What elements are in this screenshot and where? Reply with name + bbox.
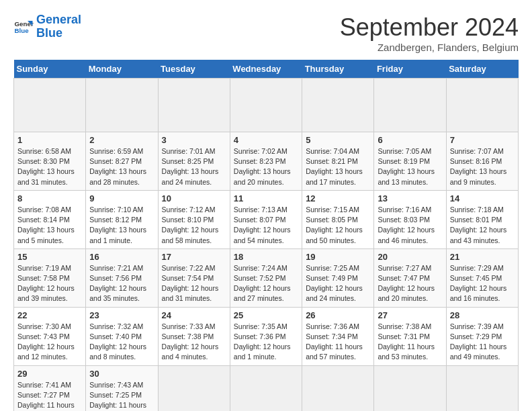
day-number: 22 [17,310,82,320]
calendar-cell [86,79,158,132]
calendar-cell: 5Sunrise: 7:04 AMSunset: 8:21 PMDaylight… [302,132,374,191]
calendar-cell [230,365,302,411]
day-number: 27 [378,310,442,320]
day-info: Sunrise: 6:59 AMSunset: 8:27 PMDaylight:… [89,146,154,187]
calendar-cell [446,79,518,132]
day-number: 6 [378,135,442,145]
day-info: Sunrise: 7:08 AMSunset: 8:14 PMDaylight:… [17,205,82,246]
calendar-cell: 10Sunrise: 7:12 AMSunset: 8:10 PMDayligh… [158,190,230,248]
day-number: 25 [234,310,298,320]
calendar-cell: 19Sunrise: 7:25 AMSunset: 7:49 PMDayligh… [302,248,374,307]
day-info: Sunrise: 7:01 AMSunset: 8:25 PMDaylight:… [162,146,226,187]
day-header-wednesday: Wednesday [230,60,302,79]
day-info: Sunrise: 7:05 AMSunset: 8:19 PMDaylight:… [378,146,442,187]
day-info: Sunrise: 7:38 AMSunset: 7:31 PMDaylight:… [378,322,442,363]
header: General Blue General Blue September 2024… [13,13,519,53]
calendar-cell: 7Sunrise: 7:07 AMSunset: 8:16 PMDaylight… [446,132,518,191]
calendar-cell: 24Sunrise: 7:33 AMSunset: 7:38 PMDayligh… [158,307,230,365]
calendar-cell: 16Sunrise: 7:21 AMSunset: 7:56 PMDayligh… [86,248,158,307]
day-number: 21 [450,252,515,262]
calendar-cell: 25Sunrise: 7:35 AMSunset: 7:36 PMDayligh… [230,307,302,365]
calendar-cell: 15Sunrise: 7:19 AMSunset: 7:58 PMDayligh… [14,248,86,307]
day-number: 5 [306,135,370,145]
day-info: Sunrise: 7:43 AMSunset: 7:25 PMDaylight:… [89,380,154,412]
calendar-cell: 23Sunrise: 7:32 AMSunset: 7:40 PMDayligh… [86,307,158,365]
day-number: 23 [89,310,154,320]
day-number: 26 [306,310,370,320]
calendar-cell: 22Sunrise: 7:30 AMSunset: 7:43 PMDayligh… [14,307,86,365]
day-number: 15 [17,252,82,262]
day-info: Sunrise: 7:32 AMSunset: 7:40 PMDaylight:… [89,322,154,363]
calendar-cell: 12Sunrise: 7:15 AMSunset: 8:05 PMDayligh… [302,190,374,248]
calendar-cell: 9Sunrise: 7:10 AMSunset: 8:12 PMDaylight… [86,190,158,248]
calendar-row: 29Sunrise: 7:41 AMSunset: 7:27 PMDayligh… [14,365,519,411]
day-number: 4 [234,135,298,145]
day-number: 29 [17,369,82,379]
calendar-cell: 14Sunrise: 7:18 AMSunset: 8:01 PMDayligh… [446,190,518,248]
calendar-row: 22Sunrise: 7:30 AMSunset: 7:43 PMDayligh… [14,307,519,365]
day-number: 24 [162,310,226,320]
day-number: 16 [89,252,154,262]
calendar-cell: 26Sunrise: 7:36 AMSunset: 7:34 PMDayligh… [302,307,374,365]
calendar-cell: 4Sunrise: 7:02 AMSunset: 8:23 PMDaylight… [230,132,302,191]
day-number: 8 [17,193,82,203]
day-number: 19 [306,252,370,262]
day-number: 20 [378,252,442,262]
location-subtitle: Zandbergen, Flanders, Belgium [340,42,519,53]
header-row: SundayMondayTuesdayWednesdayThursdayFrid… [14,60,519,79]
calendar-row [14,79,519,132]
day-info: Sunrise: 7:25 AMSunset: 7:49 PMDaylight:… [306,263,370,304]
day-info: Sunrise: 7:39 AMSunset: 7:29 PMDaylight:… [450,322,515,363]
day-info: Sunrise: 7:16 AMSunset: 8:03 PMDaylight:… [378,205,442,246]
day-info: Sunrise: 7:04 AMSunset: 8:21 PMDaylight:… [306,146,370,187]
day-number: 13 [378,193,442,203]
calendar-cell: 11Sunrise: 7:13 AMSunset: 8:07 PMDayligh… [230,190,302,248]
day-header-saturday: Saturday [446,60,518,79]
calendar-cell: 20Sunrise: 7:27 AMSunset: 7:47 PMDayligh… [374,248,446,307]
calendar-cell: 29Sunrise: 7:41 AMSunset: 7:27 PMDayligh… [14,365,86,411]
day-info: Sunrise: 7:41 AMSunset: 7:27 PMDaylight:… [17,380,82,412]
day-number: 3 [162,135,226,145]
calendar-row: 8Sunrise: 7:08 AMSunset: 8:14 PMDaylight… [14,190,519,248]
calendar-cell: 13Sunrise: 7:16 AMSunset: 8:03 PMDayligh… [374,190,446,248]
day-header-monday: Monday [86,60,158,79]
day-info: Sunrise: 7:22 AMSunset: 7:54 PMDaylight:… [162,263,226,304]
day-info: Sunrise: 7:29 AMSunset: 7:45 PMDaylight:… [450,263,515,304]
calendar-cell [446,365,518,411]
day-info: Sunrise: 7:24 AMSunset: 7:52 PMDaylight:… [234,263,298,304]
day-number: 28 [450,310,515,320]
calendar-cell: 6Sunrise: 7:05 AMSunset: 8:19 PMDaylight… [374,132,446,191]
day-info: Sunrise: 7:02 AMSunset: 8:23 PMDaylight:… [234,146,298,187]
calendar-cell: 3Sunrise: 7:01 AMSunset: 8:25 PMDaylight… [158,132,230,191]
calendar-cell: 1Sunrise: 6:58 AMSunset: 8:30 PMDaylight… [14,132,86,191]
calendar-cell [230,79,302,132]
day-info: Sunrise: 7:13 AMSunset: 8:07 PMDaylight:… [234,205,298,246]
svg-text:Blue: Blue [15,27,30,34]
day-number: 9 [89,193,154,203]
calendar-cell [158,79,230,132]
day-info: Sunrise: 7:15 AMSunset: 8:05 PMDaylight:… [306,205,370,246]
day-header-friday: Friday [374,60,446,79]
day-info: Sunrise: 7:36 AMSunset: 7:34 PMDaylight:… [306,322,370,363]
calendar-cell [302,79,374,132]
calendar-cell [158,365,230,411]
day-header-sunday: Sunday [14,60,86,79]
month-title: September 2024 [340,13,519,42]
calendar-cell: 2Sunrise: 6:59 AMSunset: 8:27 PMDaylight… [86,132,158,191]
day-header-tuesday: Tuesday [158,60,230,79]
day-info: Sunrise: 7:19 AMSunset: 7:58 PMDaylight:… [17,263,82,304]
logo-text: General Blue [36,13,81,40]
day-number: 11 [234,193,298,203]
day-header-thursday: Thursday [302,60,374,79]
day-number: 14 [450,193,515,203]
day-number: 1 [17,135,82,145]
calendar-table: SundayMondayTuesdayWednesdayThursdayFrid… [13,60,519,411]
day-number: 10 [162,193,226,203]
title-section: September 2024 Zandbergen, Flanders, Bel… [340,13,519,53]
day-info: Sunrise: 7:07 AMSunset: 8:16 PMDaylight:… [450,146,515,187]
calendar-cell: 27Sunrise: 7:38 AMSunset: 7:31 PMDayligh… [374,307,446,365]
calendar-cell [302,365,374,411]
day-info: Sunrise: 7:33 AMSunset: 7:38 PMDaylight:… [162,322,226,363]
calendar-cell: 18Sunrise: 7:24 AMSunset: 7:52 PMDayligh… [230,248,302,307]
day-info: Sunrise: 7:21 AMSunset: 7:56 PMDaylight:… [89,263,154,304]
